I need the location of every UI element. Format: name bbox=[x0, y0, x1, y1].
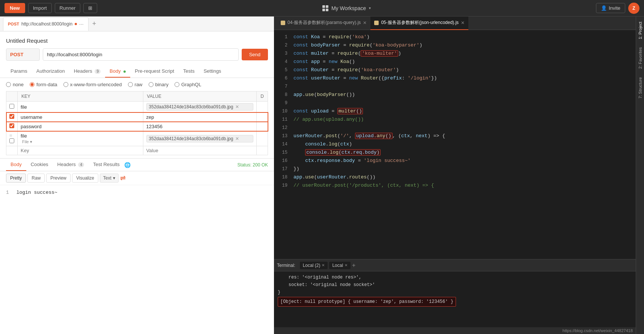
terminal-label: Terminal: bbox=[277, 263, 295, 268]
terminal-tab-2[interactable]: Local ✕ bbox=[329, 262, 351, 269]
method-select[interactable]: POST GET PUT DELETE bbox=[6, 48, 40, 61]
radio-raw[interactable]: raw bbox=[128, 82, 143, 87]
import-button[interactable]: Import bbox=[28, 3, 52, 13]
radio-binary[interactable]: binary bbox=[149, 82, 169, 87]
val-input[interactable] bbox=[146, 124, 254, 129]
request-title: Untitled Request bbox=[6, 37, 268, 44]
val-input[interactable] bbox=[146, 114, 254, 120]
key-input[interactable] bbox=[21, 104, 140, 110]
raw-button[interactable]: Raw bbox=[27, 174, 45, 183]
side-tab-structure[interactable]: 7: Structure bbox=[636, 73, 644, 102]
tab-tests[interactable]: Tests bbox=[179, 65, 199, 78]
tab-authorization[interactable]: Authorization bbox=[32, 65, 69, 78]
tab-headers[interactable]: Headers 9 bbox=[69, 65, 105, 78]
row-checkbox[interactable] bbox=[9, 104, 14, 109]
line-number: 1 bbox=[6, 190, 9, 195]
table-row bbox=[6, 122, 268, 131]
workspace-icon bbox=[322, 5, 328, 11]
radio-urlencoded[interactable]: x-www-form-urlencoded bbox=[63, 82, 122, 87]
resp-tab-body[interactable]: Body bbox=[6, 159, 26, 171]
request-tab[interactable]: POST http://localhost:8000/login ··· bbox=[3, 17, 89, 31]
table-row: ≡ File ▾ 352daa384124de184ac83cb6ba091db… bbox=[6, 131, 268, 146]
response-area: Body Cookies Headers 4 Test Results 🌐 St… bbox=[0, 158, 274, 334]
side-tab-favorites[interactable]: 2: Favorites bbox=[636, 43, 644, 72]
editor-tab-2[interactable]: 05-服务器参数解析(json-urlencoded).js ✕ bbox=[370, 16, 468, 30]
radio-none[interactable]: none bbox=[6, 82, 24, 87]
remove-file-icon[interactable]: ✕ bbox=[235, 104, 239, 109]
code-line: 14 console.log(ctx) bbox=[274, 140, 636, 148]
row-checkbox[interactable] bbox=[9, 138, 14, 143]
pretty-button[interactable]: Pretty bbox=[6, 174, 26, 183]
radio-form-data[interactable]: form-data bbox=[30, 82, 57, 87]
tab-settings[interactable]: Settings bbox=[199, 65, 226, 78]
runner-button[interactable]: Runner bbox=[55, 3, 81, 13]
visualize-button[interactable]: Visualize bbox=[72, 174, 98, 183]
avatar[interactable]: Z bbox=[628, 3, 639, 14]
format-select[interactable]: Text ▾ bbox=[100, 174, 119, 183]
col-value: VALUE bbox=[143, 91, 257, 102]
col-key: KEY bbox=[18, 91, 143, 102]
add-tab-button[interactable]: + bbox=[90, 20, 99, 28]
tab-more-button[interactable]: ··· bbox=[79, 21, 84, 27]
term-line: } bbox=[278, 289, 632, 296]
close-tab-1[interactable]: ✕ bbox=[363, 20, 367, 25]
val-input-placeholder[interactable] bbox=[146, 148, 254, 153]
terminal-body: res: '<original node res>', socket: '<or… bbox=[274, 271, 636, 327]
body-options: none form-data x-www-form-urlencoded raw… bbox=[0, 78, 274, 91]
key-input[interactable] bbox=[21, 114, 140, 120]
key-input[interactable] bbox=[21, 124, 140, 129]
form-data-table-wrapper: KEY VALUE D 352daa384124de184ac83cb6ba09… bbox=[0, 91, 274, 155]
code-line: 18 app.use(userRouter.routes()) bbox=[274, 173, 636, 181]
tab-pre-request[interactable]: Pre-request Script bbox=[130, 65, 179, 78]
workspace-selector[interactable]: My Workspace ▾ bbox=[322, 5, 371, 11]
col-desc: D bbox=[257, 91, 268, 102]
code-line: 11 // app.use(upload.any()) bbox=[274, 115, 636, 124]
response-body: 1 login success~ bbox=[0, 185, 274, 334]
row-checkbox[interactable] bbox=[9, 123, 14, 128]
new-button[interactable]: New bbox=[5, 3, 25, 13]
remove-file-icon-2[interactable]: ✕ bbox=[235, 136, 239, 141]
close-terminal-2[interactable]: ✕ bbox=[345, 263, 348, 267]
key-input[interactable] bbox=[21, 133, 140, 139]
code-line: 6 const userRouter = new Router({prefix:… bbox=[274, 74, 636, 82]
editor-tab-1[interactable]: 04-服务器参数解析(params-query).js ✕ bbox=[277, 16, 370, 30]
wrap-button[interactable]: ⇌ bbox=[120, 174, 126, 182]
code-line: 4 const app = new Koa() bbox=[274, 58, 636, 66]
invite-button[interactable]: 👤 Invite bbox=[596, 3, 625, 13]
terminal-area: Terminal: Local (2) ✕ Local ✕ + res: '<o… bbox=[274, 259, 636, 334]
key-input-placeholder[interactable] bbox=[21, 148, 140, 153]
term-line: res: '<original node res>', bbox=[278, 274, 632, 281]
url-input[interactable] bbox=[43, 48, 239, 61]
terminal-tab-1[interactable]: Local (2) ✕ bbox=[300, 262, 328, 269]
close-tab-2[interactable]: ✕ bbox=[461, 20, 465, 25]
preview-button[interactable]: Preview bbox=[46, 174, 71, 183]
code-line: 8 app.use(bodyParser()) bbox=[274, 91, 636, 99]
resp-tab-test-results[interactable]: Test Results bbox=[89, 159, 124, 171]
resp-tab-cookies[interactable]: Cookies bbox=[26, 159, 53, 171]
row-checkbox[interactable] bbox=[9, 114, 14, 119]
collection-switcher[interactable]: ⊞ bbox=[83, 3, 97, 13]
add-terminal-button[interactable]: + bbox=[352, 262, 355, 269]
tab-body[interactable]: Body bbox=[105, 65, 130, 78]
headers-badge: 9 bbox=[95, 69, 101, 74]
js-file-icon-2 bbox=[374, 21, 379, 25]
code-line: 7 bbox=[274, 82, 636, 91]
radio-graphql[interactable]: GraphQL bbox=[175, 82, 201, 87]
code-area: 1 const Koa = require('koa') 2 const bod… bbox=[274, 30, 636, 259]
resp-tab-headers[interactable]: Headers 4 bbox=[53, 159, 89, 171]
file-value-2: 352daa384124de184ac83cb6ba091db.jpg ✕ bbox=[146, 135, 254, 142]
code-line: 2 const bodyParser = require('koa-bodypa… bbox=[274, 41, 636, 49]
side-tab-project[interactable]: 1: Project bbox=[636, 18, 644, 43]
tab-method-badge: POST bbox=[8, 22, 19, 26]
close-terminal-1[interactable]: ✕ bbox=[322, 263, 325, 267]
tab-params[interactable]: Params bbox=[6, 65, 32, 78]
code-line: 19 // userRouter.post('/products', (ctx,… bbox=[274, 181, 636, 190]
send-button[interactable]: Send bbox=[242, 49, 268, 60]
globe-icon: 🌐 bbox=[124, 162, 131, 168]
response-toolbar: Pretty Raw Preview Visualize Text ▾ ⇌ bbox=[0, 171, 274, 185]
right-panel: 04-服务器参数解析(params-query).js ✕ 05-服务器参数解析… bbox=[274, 16, 644, 334]
workspace-name: My Workspace bbox=[331, 5, 366, 11]
drag-handle-icon: ≡ bbox=[9, 133, 12, 138]
term-line: socket: '<original node socket>' bbox=[278, 281, 632, 289]
resp-headers-badge: 4 bbox=[78, 162, 84, 167]
